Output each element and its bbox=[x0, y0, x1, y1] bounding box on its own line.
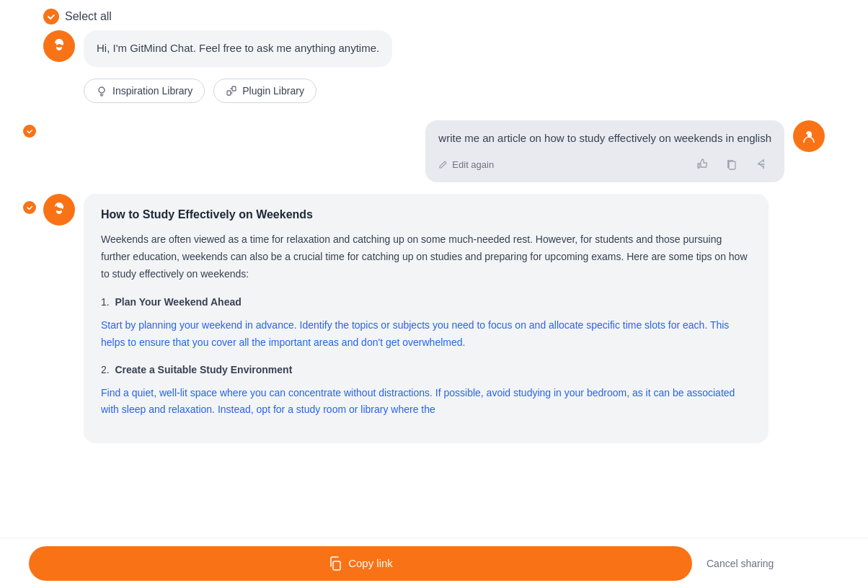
section-2-number: 2. bbox=[101, 364, 115, 375]
share-icon bbox=[754, 158, 767, 171]
svg-rect-5 bbox=[729, 161, 735, 169]
bot-select-check bbox=[23, 201, 36, 214]
thumbs-up-button[interactable] bbox=[692, 153, 714, 175]
bot-response-content: How to Study Effectively on Weekends Wee… bbox=[84, 194, 769, 443]
thumbs-up-icon bbox=[696, 158, 709, 171]
inspiration-library-button[interactable]: Inspiration Library bbox=[84, 79, 205, 103]
svg-rect-9 bbox=[333, 561, 340, 570]
bot-response-row: How to Study Effectively on Weekends Wee… bbox=[43, 194, 825, 443]
copy-icon bbox=[725, 158, 738, 171]
cancel-sharing-button[interactable]: Cancel sharing bbox=[707, 558, 774, 569]
section-2-body: Find a quiet, well-lit space where you c… bbox=[101, 385, 751, 419]
copy-link-icon bbox=[328, 556, 342, 571]
section-1-body: Start by planning your weekend in advanc… bbox=[101, 317, 751, 352]
user-message-row: write me an article on how to study effe… bbox=[43, 120, 825, 183]
edit-again-button[interactable]: Edit again bbox=[438, 159, 494, 170]
bot-greeting-row: Hi, I'm GitMind Chat. Feel free to ask m… bbox=[43, 30, 825, 67]
library-buttons-row: Inspiration Library Plugin Library bbox=[84, 79, 825, 103]
article-title: How to Study Effectively on Weekends bbox=[101, 208, 751, 221]
article-section-1: 1. Plan Your Weekend Ahead Start by plan… bbox=[101, 294, 751, 351]
user-message-bubble: write me an article on how to study effe… bbox=[425, 120, 784, 183]
edit-again-label: Edit again bbox=[452, 159, 494, 170]
bot-response-avatar bbox=[43, 194, 75, 226]
message-action-icons bbox=[692, 153, 771, 175]
chat-area: Hi, I'm GitMind Chat. Feel free to ask m… bbox=[0, 30, 868, 588]
article-section-2: 2. Create a Suitable Study Environment F… bbox=[101, 362, 751, 419]
select-all-bar[interactable]: Select all bbox=[0, 0, 868, 30]
plugin-library-button[interactable]: Plugin Library bbox=[213, 79, 316, 103]
section-1-title: Plan Your Weekend Ahead bbox=[115, 296, 241, 308]
svg-point-1 bbox=[58, 44, 61, 47]
inspiration-library-label: Inspiration Library bbox=[112, 85, 192, 97]
svg-rect-3 bbox=[227, 91, 231, 95]
copy-button[interactable] bbox=[721, 153, 743, 175]
bulb-icon bbox=[96, 85, 107, 97]
copy-link-button[interactable]: Copy link bbox=[29, 546, 692, 581]
plugin-icon bbox=[226, 85, 237, 97]
article-intro: Weekends are often viewed as a time for … bbox=[101, 231, 751, 282]
edit-icon bbox=[438, 159, 448, 169]
select-all-label: Select all bbox=[65, 10, 112, 23]
section-2-heading: 2. Create a Suitable Study Environment bbox=[101, 362, 751, 379]
svg-point-2 bbox=[99, 87, 105, 93]
share-button[interactable] bbox=[750, 153, 771, 175]
section-1-number: 1. bbox=[101, 296, 115, 308]
svg-rect-4 bbox=[232, 86, 236, 91]
copy-link-label: Copy link bbox=[348, 557, 393, 569]
bot-avatar bbox=[43, 30, 75, 62]
user-avatar-icon bbox=[800, 127, 818, 146]
select-all-checkbox[interactable] bbox=[43, 9, 59, 24]
section-1-heading: 1. Plan Your Weekend Ahead bbox=[101, 294, 751, 311]
plugin-library-label: Plugin Library bbox=[242, 85, 304, 97]
user-message-text: write me an article on how to study effe… bbox=[438, 130, 771, 147]
svg-point-8 bbox=[58, 208, 61, 210]
section-2-title: Create a Suitable Study Environment bbox=[115, 364, 292, 375]
user-avatar bbox=[793, 120, 825, 152]
bottom-bar: Copy link Cancel sharing bbox=[0, 538, 868, 588]
user-select-check bbox=[23, 125, 36, 138]
cancel-sharing-label: Cancel sharing bbox=[707, 558, 774, 569]
greeting-bubble: Hi, I'm GitMind Chat. Feel free to ask m… bbox=[84, 30, 392, 67]
greeting-text: Hi, I'm GitMind Chat. Feel free to ask m… bbox=[97, 42, 379, 54]
user-message-actions: Edit again bbox=[438, 153, 771, 175]
